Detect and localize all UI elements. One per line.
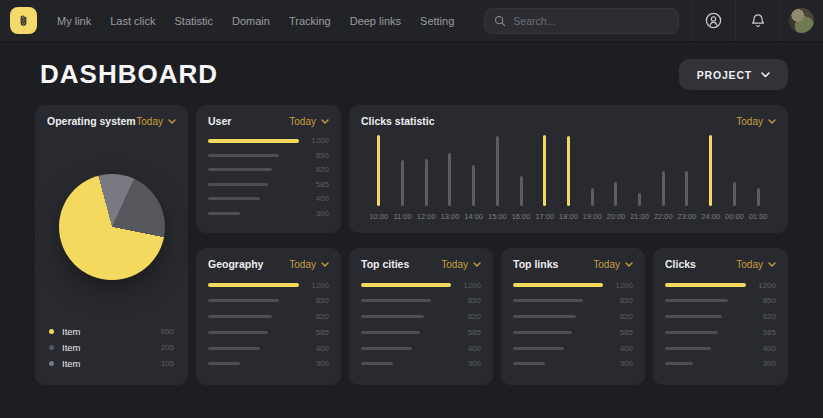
vbar-label: 11:00 bbox=[393, 212, 411, 221]
hbar-value: 585 bbox=[746, 328, 776, 337]
search-box[interactable] bbox=[484, 8, 679, 34]
nav-item-tracking[interactable]: Tracking bbox=[289, 15, 331, 27]
nav-item-deep-links[interactable]: Deep links bbox=[350, 15, 401, 27]
nav-item-last-click[interactable]: Last click bbox=[110, 15, 155, 27]
hbar-row: 300 bbox=[665, 359, 776, 368]
card-title: Clicks bbox=[665, 258, 696, 270]
vbar bbox=[757, 188, 760, 206]
hbar-track-area bbox=[361, 283, 451, 287]
vbar-label: 24:00 bbox=[701, 212, 720, 221]
period-dropdown[interactable]: Today bbox=[136, 116, 176, 127]
clicks-bars: 10:0011:0012:0013:0014:0015:0016:0017:00… bbox=[361, 127, 776, 223]
vbar bbox=[448, 153, 451, 206]
vbar-label: 15:00 bbox=[488, 212, 507, 221]
vbar-column: 14:00 bbox=[462, 135, 486, 221]
hbar bbox=[665, 331, 718, 334]
hbar bbox=[513, 315, 576, 318]
hbar-value: 1200 bbox=[746, 281, 776, 290]
bell-icon bbox=[750, 13, 766, 29]
hbar-row: 620 bbox=[208, 312, 329, 321]
period-dropdown[interactable]: Today bbox=[736, 116, 776, 127]
pie-area bbox=[47, 127, 176, 326]
search-input[interactable] bbox=[513, 15, 669, 27]
vbar-space bbox=[757, 135, 760, 206]
vbar-column: 16:00 bbox=[509, 135, 533, 221]
notifications-button[interactable] bbox=[735, 0, 779, 41]
hbar-row: 1200 bbox=[513, 281, 633, 290]
project-dropdown-button[interactable]: PROJECT bbox=[679, 59, 788, 90]
hbar-value: 300 bbox=[299, 359, 329, 368]
paperclip-icon bbox=[16, 13, 31, 28]
period-label: Today bbox=[441, 259, 468, 270]
vbar bbox=[638, 193, 641, 206]
hbar-row: 400 bbox=[361, 344, 481, 353]
profile-button[interactable] bbox=[779, 0, 823, 41]
period-dropdown[interactable]: Today bbox=[593, 259, 633, 270]
hbar bbox=[513, 299, 583, 302]
legend-dot bbox=[49, 361, 54, 366]
hbar bbox=[208, 154, 279, 157]
hbar-value: 620 bbox=[299, 312, 329, 321]
hbar-track-area bbox=[361, 331, 451, 334]
vbar-label: 12:00 bbox=[417, 212, 436, 221]
vbar-label: 18:00 bbox=[559, 212, 578, 221]
vbar-column: 17:00 bbox=[533, 135, 557, 221]
hbar-track-area bbox=[665, 331, 746, 334]
vbar-space bbox=[567, 135, 570, 206]
app-logo[interactable] bbox=[10, 7, 37, 34]
vbar-space bbox=[733, 135, 736, 206]
navbar-actions bbox=[691, 0, 823, 41]
vbar-space bbox=[425, 135, 428, 206]
nav-item-my-link[interactable]: My link bbox=[57, 15, 91, 27]
hbar-track-area bbox=[208, 212, 299, 215]
hbar-track-area bbox=[513, 331, 603, 334]
nav-item-setting[interactable]: Setting bbox=[420, 15, 454, 27]
hbar-value: 400 bbox=[603, 344, 633, 353]
hbar-value: 620 bbox=[451, 312, 481, 321]
vbar-space bbox=[472, 135, 475, 206]
vbar-label: 17:00 bbox=[535, 212, 554, 221]
period-dropdown[interactable]: Today bbox=[441, 259, 481, 270]
hbar-row: 585 bbox=[208, 328, 329, 337]
period-label: Today bbox=[289, 116, 316, 127]
vbar-label: 01:00 bbox=[749, 212, 768, 221]
hbar bbox=[361, 347, 412, 350]
hbar bbox=[665, 347, 711, 350]
vbar-column: 11:00 bbox=[391, 135, 415, 221]
period-dropdown[interactable]: Today bbox=[736, 259, 776, 270]
hbar-row: 620 bbox=[665, 312, 776, 321]
navbar: My linkLast clickStatisticDomainTracking… bbox=[0, 0, 823, 42]
hbar-row: 400 bbox=[208, 194, 329, 203]
vbar-space bbox=[448, 135, 451, 206]
period-dropdown[interactable]: Today bbox=[289, 259, 329, 270]
vbar bbox=[472, 165, 475, 206]
hbar-value: 400 bbox=[299, 194, 329, 203]
hbar-track-area bbox=[361, 347, 451, 350]
period-dropdown[interactable]: Today bbox=[289, 116, 329, 127]
legend-label: Item bbox=[62, 358, 161, 369]
hbar bbox=[208, 139, 299, 143]
page-title: DASHBOARD bbox=[40, 59, 218, 90]
hbar bbox=[208, 347, 260, 350]
hbar-row: 585 bbox=[208, 180, 329, 189]
vbar bbox=[543, 135, 546, 206]
vbar-space bbox=[638, 135, 641, 206]
hbar-track-area bbox=[208, 168, 299, 171]
nav-links: My linkLast clickStatisticDomainTracking… bbox=[57, 0, 454, 41]
hbar-chart: 1200850620585400300 bbox=[208, 127, 329, 223]
hbar-row: 850 bbox=[208, 151, 329, 160]
legend-item: Item205 bbox=[49, 342, 174, 353]
account-button[interactable] bbox=[691, 0, 735, 41]
vbar-label: 19:00 bbox=[583, 212, 602, 221]
nav-item-domain[interactable]: Domain bbox=[232, 15, 270, 27]
legend-label: Item bbox=[62, 342, 161, 353]
vbar-label: 00:00 bbox=[725, 212, 744, 221]
period-label: Today bbox=[593, 259, 620, 270]
nav-item-statistic[interactable]: Statistic bbox=[174, 15, 213, 27]
hbar bbox=[361, 331, 420, 334]
hbar-track-area bbox=[361, 362, 451, 365]
hbar-row: 1200 bbox=[208, 136, 329, 145]
hbar-chart: 1200850620585400300 bbox=[513, 270, 633, 375]
user-avatar bbox=[789, 8, 814, 33]
pie-legend: Item650Item205Item105 bbox=[47, 326, 176, 375]
